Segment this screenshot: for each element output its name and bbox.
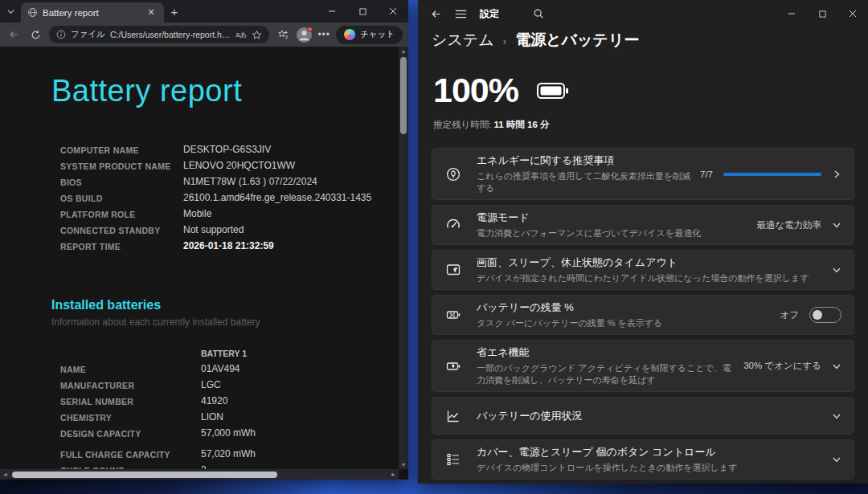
chevron-down-icon: [832, 361, 841, 371]
settings-window: 設定 システム › 電源とバッテリー 100% 推定残り時間:11 時間 16 …: [418, 0, 868, 484]
table-row: OS BUILD26100.1.amd64fre.ge_release.2403…: [60, 192, 399, 203]
back-arrow-icon: [8, 29, 19, 40]
profile-avatar[interactable]: [297, 27, 312, 43]
card-title: カバー、電源とスリープ 個のボタン コントロール: [477, 445, 824, 459]
settings-close-button[interactable]: [837, 0, 868, 27]
scroll-up-icon[interactable]: ▲: [401, 47, 407, 55]
close-icon: [389, 7, 397, 15]
card-title: バッテリーの使用状況: [477, 409, 824, 423]
scroll-right-icon[interactable]: ►: [391, 470, 396, 479]
card-energy-saver[interactable]: 省エネ機能 一部のバックグラウンド アクティビティを制限することで、電力消費を削…: [432, 340, 854, 392]
lid-power-buttons-icon: [445, 451, 461, 467]
system-info-table: COMPUTER NAMEDESKTOP-G6S3JIV SYSTEM PROD…: [60, 144, 399, 251]
chevron-down-icon: [832, 455, 841, 464]
card-battery-usage[interactable]: バッテリーの使用状況: [432, 397, 854, 435]
browser-menu-icon[interactable]: •••: [317, 29, 330, 40]
table-row: DESIGN CAPACITY57,000 mWh: [60, 427, 399, 439]
screen-timeout-icon: [445, 262, 461, 278]
notification-dot: [307, 27, 313, 32]
browser-minimize-button[interactable]: [317, 0, 347, 22]
settings-minimize-button[interactable]: [776, 0, 807, 27]
browser-tab-bar: Battery report ✕ +: [0, 0, 408, 22]
installed-batteries-heading: Installed batteries: [51, 298, 399, 312]
tab-search-button[interactable]: [0, 0, 21, 22]
browser-maximize-button[interactable]: [347, 0, 378, 22]
horizontal-scrollbar-thumb[interactable]: [12, 472, 277, 478]
close-icon: [849, 10, 857, 18]
installed-batteries-table: BATTERY 1 NAME01AV494 MANUFACTURERLGC SE…: [60, 349, 399, 469]
collections-icon[interactable]: [275, 27, 291, 43]
tab-title: Battery report: [43, 8, 140, 18]
minimize-icon: [788, 10, 796, 18]
card-power-mode[interactable]: 電源モード 電力消費とパフォーマンスに基づいてデバイスを最適化 最適な電力効率: [432, 205, 854, 245]
search-icon[interactable]: [533, 8, 544, 19]
settings-maximize-button[interactable]: [807, 0, 837, 27]
card-subtitle: タスク バーにバッテリーの残量 % を表示する: [477, 317, 772, 329]
card-title: 画面、スリープ、休止状態のタイムアウト: [477, 255, 824, 270]
browser-toolbar: ファイル C:/Users/user/battery-report.html a…: [0, 22, 408, 47]
card-subtitle: デバイスが指定された時間にわたりアイドル状態になった場合の動作を選択します: [477, 272, 824, 284]
vertical-scrollbar-thumb[interactable]: [400, 57, 407, 134]
favorite-star-icon[interactable]: [252, 30, 262, 40]
settings-back-button[interactable]: [430, 8, 442, 20]
card-battery-percentage[interactable]: バッテリーの残量 % タスク バーにバッテリーの残量 % を表示する オフ: [432, 295, 854, 335]
energy-saver-icon: [445, 358, 461, 374]
copilot-chat-button[interactable]: チャット: [336, 26, 403, 44]
time-remaining: 推定残り時間:11 時間 16 分: [433, 119, 868, 131]
address-bar[interactable]: ファイル C:/Users/user/battery-report.html a…: [49, 26, 269, 43]
new-tab-button[interactable]: +: [164, 0, 185, 22]
recommendations-count: 7/7: [700, 169, 713, 179]
refresh-button[interactable]: [27, 27, 43, 43]
card-title: エネルギーに関する推奨事項: [477, 153, 692, 168]
settings-app-title: 設定: [480, 7, 499, 21]
card-screen-timeouts[interactable]: 画面、スリープ、休止状態のタイムアウト デバイスが指定された時間にわたりアイドル…: [432, 250, 854, 290]
chevron-right-icon: [832, 169, 841, 179]
card-energy-recommendations[interactable]: エネルギーに関する推奨事項 これらの推奨事項を適用して二酸化炭素排出量を削減する…: [432, 148, 854, 200]
maximize-icon: [359, 8, 366, 15]
breadcrumb-separator: ›: [503, 34, 506, 47]
browser-close-button[interactable]: [378, 0, 408, 22]
energy-saver-value: 30% でオンにする: [743, 360, 821, 372]
translate-icon[interactable]: aあ: [235, 30, 247, 40]
scroll-left-icon[interactable]: ◄: [2, 470, 8, 479]
chevron-down-icon: [832, 265, 841, 275]
table-row: CONNECTED STANDBYNot supported: [60, 224, 399, 235]
card-subtitle: これらの推奨事項を適用して二酸化炭素排出量を削減する: [477, 170, 692, 194]
card-title: バッテリーの残量 %: [477, 300, 772, 315]
breadcrumb-system[interactable]: システム: [432, 30, 494, 51]
browser-window: Battery report ✕ + ファイル C:/Users/user/ba…: [0, 0, 408, 480]
time-remaining-value: 11 時間 16 分: [493, 120, 549, 129]
battery-report-page: Battery report COMPUTER NAMEDESKTOP-G6S3…: [0, 47, 399, 469]
table-row: NAME01AV494: [60, 363, 399, 374]
table-row: FULL CHARGE CAPACITY57,020 mWh: [60, 448, 399, 459]
url-text: C:/Users/user/battery-report.html: [110, 30, 231, 39]
chat-label: チャット: [360, 29, 395, 40]
back-button[interactable]: [6, 27, 22, 43]
battery-percent-value: 100%: [433, 71, 518, 110]
toggle-knob: [813, 310, 822, 320]
table-header-row: BATTERY 1: [60, 349, 399, 358]
tab-close-icon[interactable]: ✕: [145, 6, 158, 19]
settings-titlebar: 設定: [418, 0, 868, 27]
battery-status: 100% 推定残り時間:11 時間 16 分: [433, 71, 868, 131]
chevron-down-icon: [832, 220, 841, 230]
browser-tab[interactable]: Battery report ✕: [21, 2, 164, 22]
table-row: BIOSN1MET78W (1.63 ) 07/22/2024: [60, 176, 399, 187]
card-title: 電源モード: [477, 210, 748, 225]
scroll-down-icon[interactable]: ▼: [401, 460, 407, 469]
horizontal-scrollbar[interactable]: ◄ ►: [0, 469, 399, 480]
card-subtitle: デバイスの物理コントロールを操作したときの動作を選択します: [477, 462, 824, 474]
installed-batteries-subheading: Information about each currently install…: [51, 316, 399, 328]
info-icon: [56, 30, 66, 39]
breadcrumb: システム › 電源とバッテリー: [418, 30, 868, 51]
vertical-scrollbar[interactable]: ▲ ▼: [399, 47, 408, 469]
card-lid-power-buttons[interactable]: カバー、電源とスリープ 個のボタン コントロール デバイスの物理コントロールを操…: [432, 439, 854, 480]
toggle-state-label: オフ: [780, 309, 799, 321]
url-scheme-label: ファイル: [71, 29, 105, 40]
card-title: 省エネ機能: [477, 345, 735, 360]
power-mode-icon: [445, 217, 461, 233]
card-subtitle: 電力消費とパフォーマンスに基づいてデバイスを最適化: [477, 227, 748, 239]
battery-percent-toggle[interactable]: [809, 307, 841, 323]
battery-usage-icon: [445, 408, 461, 424]
hamburger-menu-icon[interactable]: [455, 9, 467, 19]
